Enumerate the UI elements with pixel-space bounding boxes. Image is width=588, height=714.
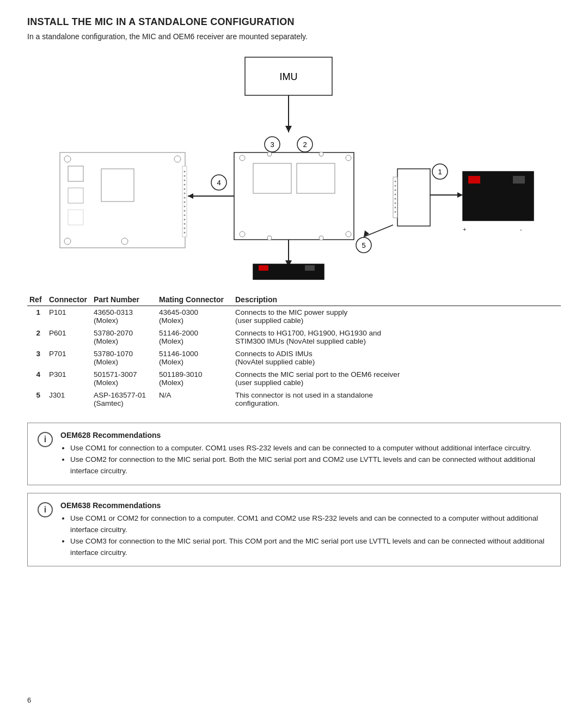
svg-point-57 <box>184 193 186 194</box>
svg-point-28 <box>395 211 396 213</box>
note-box-oem638: iOEM638 RecommendationsUse COM1 or COM2 … <box>27 493 561 567</box>
svg-rect-19 <box>397 169 430 226</box>
svg-point-14 <box>346 231 351 237</box>
table-cell-0: 5 <box>27 389 47 410</box>
table-row: 5J301ASP-163577-01(Samtec)N/AThis connec… <box>27 389 561 410</box>
svg-rect-49 <box>68 210 83 225</box>
svg-marker-35 <box>457 192 463 198</box>
svg-point-59 <box>184 202 186 203</box>
svg-point-16 <box>319 152 323 156</box>
diagram: IMU 3 2 <box>27 52 561 280</box>
svg-point-43 <box>64 156 71 162</box>
note-list-item: Use COM1 for connection to a computer. C… <box>70 443 550 454</box>
svg-text:+: + <box>463 226 466 233</box>
svg-point-55 <box>184 184 186 186</box>
col-header-ref: Ref <box>27 294 47 306</box>
svg-point-24 <box>395 194 396 196</box>
table-cell-1: P101 <box>47 306 91 327</box>
svg-point-18 <box>319 236 323 240</box>
note-list-item: Use COM3 for connection to the MIC seria… <box>70 536 550 559</box>
note-content-oem628: OEM628 RecommendationsUse COM1 for conne… <box>60 431 550 477</box>
svg-point-46 <box>121 238 128 245</box>
svg-point-11 <box>240 155 245 161</box>
table-cell-3: 501189-3010(Molex) <box>157 368 233 389</box>
svg-point-53 <box>184 175 186 177</box>
svg-text:5: 5 <box>362 241 365 249</box>
svg-point-21 <box>395 181 396 182</box>
svg-point-22 <box>395 185 396 187</box>
diagram-svg: IMU 3 2 <box>27 52 561 280</box>
col-header-connector: Connector <box>47 294 91 306</box>
svg-line-74 <box>364 225 393 237</box>
svg-text:IMU: IMU <box>280 71 298 82</box>
svg-point-58 <box>184 197 186 199</box>
table-cell-1: P701 <box>47 347 91 368</box>
table-cell-1: J301 <box>47 389 91 410</box>
svg-point-65 <box>184 228 186 229</box>
svg-point-44 <box>174 156 181 162</box>
table-cell-0: 1 <box>27 306 47 327</box>
svg-marker-3 <box>285 126 292 132</box>
svg-point-27 <box>395 207 396 209</box>
svg-rect-10 <box>297 163 335 193</box>
table-cell-1: P601 <box>47 327 91 347</box>
table-cell-4: This connector is not used in a standalo… <box>233 389 561 410</box>
info-icon: i <box>38 432 53 447</box>
svg-text:3: 3 <box>270 141 274 149</box>
svg-rect-47 <box>68 166 83 181</box>
svg-point-25 <box>395 198 396 200</box>
svg-rect-9 <box>253 163 291 193</box>
svg-point-54 <box>184 180 186 181</box>
note-list-item: Use COM1 or COM2 for connection to a com… <box>70 513 550 536</box>
svg-rect-31 <box>513 176 525 184</box>
table-row: 1P10143650-0313(Molex)43645-0300(Molex)C… <box>27 306 561 327</box>
note-list-item: Use COM2 for connection to the MIC seria… <box>70 454 550 477</box>
svg-point-26 <box>395 203 396 204</box>
svg-point-61 <box>184 210 186 212</box>
svg-point-56 <box>184 188 186 190</box>
table-cell-1: P301 <box>47 368 91 389</box>
table-cell-2: ASP-163577-01(Samtec) <box>91 389 157 410</box>
svg-text:-: - <box>520 226 522 233</box>
svg-point-66 <box>184 232 186 234</box>
table-row: 3P70153780-1070(Molex)51146-1000(Molex)C… <box>27 347 561 368</box>
table-cell-2: 43650-0313(Molex) <box>91 306 157 327</box>
note-title-oem638: OEM638 Recommendations <box>60 501 550 510</box>
note-content-oem638: OEM638 RecommendationsUse COM1 or COM2 f… <box>60 501 550 559</box>
svg-point-60 <box>184 206 186 208</box>
table-cell-3: N/A <box>157 389 233 410</box>
table-row: 2P60153780-2070(Molex)51146-2000(Molex)C… <box>27 327 561 347</box>
info-icon: i <box>38 502 53 517</box>
svg-rect-50 <box>101 169 134 202</box>
svg-point-52 <box>184 171 186 173</box>
note-title-oem628: OEM628 Recommendations <box>60 431 550 440</box>
col-header-desc: Description <box>233 294 561 306</box>
svg-point-62 <box>184 215 186 216</box>
table-cell-2: 53780-2070(Molex) <box>91 327 157 347</box>
svg-point-13 <box>240 231 245 237</box>
page-title: INSTALL THE MIC IN A STANDALONE CONFIGUR… <box>27 16 561 28</box>
svg-text:2: 2 <box>303 141 307 149</box>
table-cell-2: 53780-1070(Molex) <box>91 347 157 368</box>
table-cell-4: Connects to HG1700, HG1900, HG1930 andST… <box>233 327 561 347</box>
table-cell-3: 51146-1000(Molex) <box>157 347 233 368</box>
connector-table: Ref Connector Part Number Mating Connect… <box>27 294 561 410</box>
svg-rect-70 <box>259 265 268 271</box>
svg-rect-48 <box>68 188 83 203</box>
table-cell-0: 2 <box>27 327 47 347</box>
svg-point-15 <box>267 152 272 156</box>
table-row: 4P301501571-3007(Molex)501189-3010(Molex… <box>27 368 561 389</box>
note-list-oem638: Use COM1 or COM2 for connection to a com… <box>60 513 550 559</box>
svg-rect-30 <box>468 176 480 184</box>
col-header-part: Part Number <box>91 294 157 306</box>
svg-point-63 <box>184 219 186 221</box>
page-number: 6 <box>27 696 31 704</box>
table-cell-4: Connects the MIC serial port to the OEM6… <box>233 368 561 389</box>
svg-marker-39 <box>188 193 193 199</box>
svg-text:4: 4 <box>217 179 220 187</box>
table-cell-2: 501571-3007(Molex) <box>91 368 157 389</box>
svg-text:1: 1 <box>438 168 442 176</box>
svg-rect-71 <box>305 265 315 271</box>
note-list-oem628: Use COM1 for connection to a computer. C… <box>60 443 550 477</box>
svg-point-17 <box>267 236 272 240</box>
